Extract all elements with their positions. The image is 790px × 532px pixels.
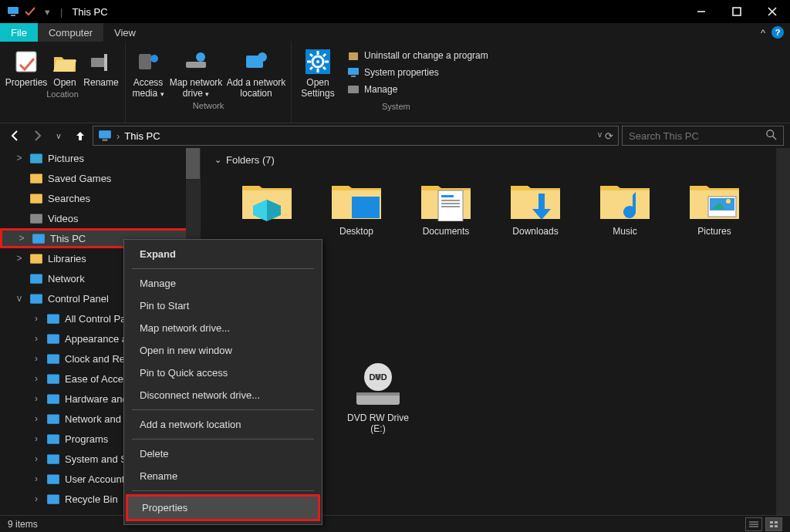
address-bar[interactable]: › This PC v ⟳	[93, 126, 619, 146]
folder-item[interactable]: Music	[586, 173, 663, 237]
svg-point-14	[258, 52, 267, 62]
properties-button[interactable]: Properties	[5, 45, 48, 88]
menu-item-expand[interactable]: Expand	[126, 243, 320, 265]
help-icon[interactable]: ?	[771, 26, 784, 39]
tree-item-pictures[interactable]: >Pictures	[0, 148, 200, 168]
main-area: >PicturesSaved GamesSearchesVideos>This …	[0, 148, 790, 515]
manage-button[interactable]: Manage	[347, 83, 488, 96]
tree-item-searches[interactable]: Searches	[0, 188, 200, 208]
tree-icon	[29, 251, 43, 265]
menu-item-manage[interactable]: Manage	[126, 272, 320, 295]
svg-line-25	[323, 54, 326, 56]
folder-label: Downloads	[512, 226, 558, 237]
uninstall-button[interactable]: Uninstall or change a program	[347, 49, 488, 62]
svg-rect-72	[356, 392, 400, 396]
folder-icon: DVD	[350, 360, 406, 408]
menu-item-delete[interactable]: Delete	[126, 443, 320, 465]
folder-label: Desktop	[339, 226, 373, 237]
folder-item[interactable]: Desktop	[318, 173, 395, 237]
ribbon-tabs: File Computer View ^ ?	[0, 23, 790, 42]
svg-rect-44	[47, 354, 59, 363]
nav-up-button[interactable]	[71, 126, 89, 145]
nav-recent-button[interactable]: v	[49, 126, 68, 145]
menu-item-open-in-new-window[interactable]: Open in new window	[126, 339, 320, 362]
menu-item-disconnect-network-drive-[interactable]: Disconnect network drive...	[126, 384, 320, 406]
tree-label: Saved Games	[48, 173, 111, 184]
expand-icon[interactable]: >	[14, 253, 25, 264]
expand-icon[interactable]: ›	[31, 393, 42, 404]
access-media-button[interactable]: Access media ▾	[130, 45, 166, 99]
folder-item[interactable]: DVDDVD RW Drive (E:)	[339, 360, 417, 434]
open-label: Open	[53, 77, 76, 88]
menu-item-properties[interactable]: Properties	[126, 494, 320, 521]
expand-icon[interactable]: ›	[31, 493, 42, 504]
view-icons-button[interactable]	[765, 517, 782, 531]
rename-button[interactable]: Rename	[82, 45, 120, 88]
open-button[interactable]: Open	[48, 45, 82, 88]
svg-point-17	[316, 60, 319, 63]
add-location-icon	[244, 49, 268, 74]
maximize-button[interactable]	[719, 0, 755, 23]
nav-back-button[interactable]	[6, 126, 25, 145]
expand-icon[interactable]: ›	[31, 433, 42, 444]
system-props-button[interactable]: System properties	[347, 66, 488, 79]
content-scrollbar[interactable]	[776, 148, 790, 515]
search-input[interactable]	[629, 130, 766, 142]
svg-rect-78	[770, 525, 773, 527]
svg-rect-55	[352, 197, 380, 218]
svg-rect-40	[30, 274, 42, 283]
expand-icon[interactable]: v	[14, 293, 25, 304]
status-items: 9 items	[8, 519, 38, 530]
search-box[interactable]	[622, 126, 784, 146]
expand-icon[interactable]: ›	[31, 353, 42, 364]
tab-file[interactable]: File	[0, 23, 38, 42]
tab-computer[interactable]: Computer	[38, 23, 103, 42]
expand-icon[interactable]: ›	[31, 373, 42, 384]
expand-icon[interactable]: ›	[31, 473, 42, 484]
minimize-button[interactable]	[684, 0, 719, 23]
svg-rect-57	[441, 195, 454, 197]
menu-item-pin-to-quick-access[interactable]: Pin to Quick access	[126, 362, 320, 384]
chevron-down-icon[interactable]: v	[598, 130, 602, 142]
group-header[interactable]: ⌄Folders (7)	[214, 154, 776, 166]
map-drive-button[interactable]: Map network drive ▾	[166, 45, 226, 99]
expand-icon[interactable]: ›	[31, 453, 42, 464]
svg-rect-46	[47, 394, 59, 403]
expand-icon[interactable]: ›	[31, 313, 42, 324]
refresh-icon[interactable]: ⟳	[605, 130, 613, 142]
open-icon	[52, 49, 77, 74]
expand-icon[interactable]: ›	[31, 333, 42, 344]
svg-line-23	[323, 67, 326, 69]
close-button[interactable]	[755, 0, 790, 23]
ribbon-collapse-icon[interactable]: ^	[761, 27, 765, 39]
search-icon[interactable]	[766, 130, 777, 143]
menu-item-pin-to-start[interactable]: Pin to Start	[126, 295, 320, 317]
menu-item-add-a-network-location[interactable]: Add a network location	[126, 413, 320, 436]
chevron-down-icon[interactable]: ⌄	[214, 155, 221, 165]
tree-icon	[29, 171, 43, 185]
folder-item[interactable]: Documents	[407, 173, 484, 237]
svg-rect-37	[30, 214, 42, 223]
menu-item-rename[interactable]: Rename	[126, 465, 320, 487]
folder-item[interactable]: Pictures	[676, 173, 753, 237]
expand-icon[interactable]: ›	[31, 413, 42, 424]
menu-item-map-network-drive-[interactable]: Map network drive...	[126, 317, 320, 339]
access-media-icon	[136, 49, 160, 74]
open-settings-button[interactable]: Open Settings	[296, 45, 339, 99]
folder-item[interactable]	[228, 173, 306, 237]
expand-icon[interactable]: >	[14, 153, 25, 163]
folder-icon	[418, 173, 474, 221]
nav-forward-button[interactable]	[28, 126, 46, 145]
folder-item[interactable]: Downloads	[497, 173, 574, 237]
expand-icon[interactable]: >	[16, 233, 27, 244]
svg-rect-1	[11, 15, 15, 16]
tree-item-videos[interactable]: Videos	[0, 208, 200, 228]
tab-view[interactable]: View	[103, 23, 147, 42]
add-location-button[interactable]: Add a network location	[226, 45, 286, 99]
tree-icon	[29, 191, 43, 205]
view-details-button[interactable]	[745, 517, 762, 531]
tree-label: Control Panel	[48, 293, 109, 305]
svg-rect-36	[30, 194, 42, 203]
qat-dropdown-icon[interactable]: ▾	[40, 5, 54, 19]
tree-item-saved-games[interactable]: Saved Games	[0, 168, 200, 188]
